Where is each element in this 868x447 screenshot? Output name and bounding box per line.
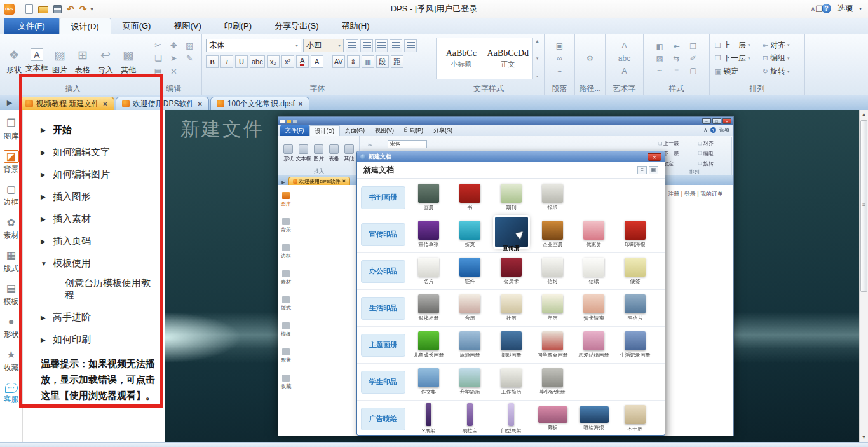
tutorial-item-calendar-tutorial[interactable]: 创意台历模板使用教程 xyxy=(41,277,159,301)
indent-decrease-icon[interactable]: ⇤ xyxy=(673,42,679,51)
rotate-button[interactable]: ↻ 旋转 ▾ xyxy=(763,65,799,78)
sidebar-item-layout[interactable]: 版式 xyxy=(0,245,22,278)
indent-increase-icon[interactable]: ⇆ xyxy=(673,54,679,63)
new-document-icon[interactable] xyxy=(25,4,33,14)
subscript-button[interactable]: x₂ xyxy=(267,55,280,68)
underline-button[interactable]: U xyxy=(235,55,248,68)
superscript-button[interactable]: x² xyxy=(281,55,294,68)
dps-logo[interactable]: DPS xyxy=(4,4,15,15)
close-tab-icon[interactable]: ✕ xyxy=(197,100,202,107)
close-tab-icon[interactable]: ✕ xyxy=(102,100,107,107)
hyperlink-icon[interactable]: ∞ xyxy=(557,54,562,63)
table-button[interactable]: ⊞ 表格 xyxy=(71,38,94,85)
panel-collapse-button[interactable]: ▶ xyxy=(0,95,19,110)
bold-button[interactable]: B xyxy=(206,55,219,68)
grab-icon[interactable]: ✥ xyxy=(168,39,179,52)
redo-icon[interactable]: ↷ xyxy=(79,4,87,14)
copy-icon[interactable]: ❏ xyxy=(153,52,163,65)
scrollbar-thumb[interactable] xyxy=(860,120,867,292)
paste-icon[interactable]: ▤ xyxy=(153,65,163,78)
scroll-up-icon[interactable]: ▲ xyxy=(535,39,539,43)
wordart-style-icon[interactable]: A xyxy=(621,41,627,50)
char-spacing-button[interactable]: AV xyxy=(332,55,345,68)
tab-share-export[interactable]: 分享导出(S) xyxy=(263,18,330,34)
align-left-button[interactable] xyxy=(346,39,358,52)
open-folder-icon[interactable] xyxy=(38,6,48,13)
spacing-settings-button[interactable]: 距 xyxy=(391,55,403,68)
fill-color-icon[interactable]: ◧ xyxy=(656,42,663,51)
restore-button[interactable]: ❐ xyxy=(812,4,826,14)
sidebar-item-favorite[interactable]: 收藏 xyxy=(0,344,22,377)
scroll-down-icon[interactable]: ▾ xyxy=(536,56,539,61)
align-button[interactable]: ⇤ 对齐 ▾ xyxy=(763,39,799,52)
import-button[interactable]: ↩ 导入 xyxy=(94,38,117,85)
send-backward-button[interactable]: ❐ 下一层 ▾ xyxy=(715,52,760,65)
正文[interactable]: AaBbCcDd 正文 xyxy=(485,40,531,77)
save-icon[interactable] xyxy=(53,5,62,13)
align-center-button[interactable] xyxy=(360,39,373,52)
tab-print[interactable]: 印刷(P) xyxy=(213,18,263,34)
shape-button[interactable]: ❖ 形状 xyxy=(3,38,25,85)
shape-effect-icon[interactable]: ▢ xyxy=(689,66,696,75)
scrollbar-up-icon[interactable]: ▲ xyxy=(860,110,868,119)
tutorial-item-insert-material[interactable]: ▶ 插入素材 xyxy=(41,213,159,225)
remove-hyperlink-icon[interactable]: ⌁ xyxy=(557,67,562,76)
format-painter-icon[interactable]: ❐ xyxy=(689,42,696,51)
doc-tab-culture[interactable]: 100个文化常识.dpsf ✕ xyxy=(210,97,309,110)
font-size-select[interactable]: 小四 ▾ xyxy=(303,39,344,52)
dash-style-icon[interactable]: ┅ xyxy=(658,66,662,75)
tab-page[interactable]: 页面(G) xyxy=(111,18,163,34)
tab-file[interactable]: 文件(F) xyxy=(4,18,59,34)
sidebar-item-service[interactable]: 客服 xyxy=(0,377,22,410)
小标题[interactable]: AaBbCc 小标题 xyxy=(438,40,484,77)
tutorial-item-edit-text[interactable]: ▶ 如何编辑文字 xyxy=(41,146,159,158)
group-button[interactable]: ⊡ 编组 ▾ xyxy=(763,52,799,65)
undo-icon[interactable]: ↶ xyxy=(67,4,74,14)
tab-design[interactable]: 设计(D) xyxy=(59,18,111,34)
align-right-button[interactable] xyxy=(375,39,388,52)
sidebar-item-material[interactable]: 素材 xyxy=(0,212,22,245)
tutorial-item-advanced[interactable]: ▶ 高手进阶 xyxy=(41,312,159,324)
quick-access-separator[interactable] xyxy=(20,4,20,13)
italic-button[interactable]: I xyxy=(220,55,233,68)
tutorial-item-insert-pagenum[interactable]: ▶ 插入页码 xyxy=(41,235,159,247)
tutorial-item-template-usage[interactable]: ▼ 模板使用 xyxy=(41,258,159,270)
cut-icon[interactable]: ✂ xyxy=(153,39,163,52)
pinyin-guide-icon[interactable]: abc xyxy=(618,54,630,63)
wordart-effect-icon[interactable]: A xyxy=(621,67,627,76)
font-family-select[interactable]: 宋体 ▾ xyxy=(206,39,301,52)
video-player-area[interactable]: 新建文件 – □ × 文件(F)设计(D)页面(G)视图(V)印刷(P)分享(S… xyxy=(165,110,859,442)
vertical-scrollbar[interactable]: ▲ ▼ xyxy=(859,110,868,442)
tab-help[interactable]: 帮助(H) xyxy=(330,18,381,34)
font-color-button[interactable]: A xyxy=(296,55,309,68)
strikethrough-button[interactable]: abc xyxy=(250,55,265,68)
tutorial-item-start[interactable]: ▶ 开始 xyxy=(41,124,159,136)
tutorial-item-printing[interactable]: ▶ 如何印刷 xyxy=(41,334,159,346)
brush-icon[interactable]: ✐ xyxy=(690,54,696,63)
line-style-icon[interactable]: ≡ xyxy=(674,66,679,75)
scrollbar-down-icon[interactable]: ▼ xyxy=(860,433,868,442)
tab-view[interactable]: 视图(V) xyxy=(162,18,212,34)
picture-tool-icon[interactable]: ▨ xyxy=(184,39,195,52)
textbox-button[interactable]: A 文本框 xyxy=(25,38,48,85)
close-button[interactable]: ✕ xyxy=(843,4,857,14)
text-wrap-icon[interactable]: ▣ xyxy=(556,41,563,50)
path-settings-icon[interactable]: ⚙ xyxy=(587,54,593,63)
picture-button[interactable]: ▨ 图片 xyxy=(48,38,71,85)
highlight-color-button[interactable]: A xyxy=(311,55,323,68)
other-button[interactable]: ▩ 其他 xyxy=(117,38,140,85)
paragraph-settings-button[interactable]: 段 xyxy=(376,55,389,68)
bring-forward-button[interactable]: ❏ 上一层 ▾ xyxy=(715,39,760,52)
justify-button[interactable] xyxy=(390,39,402,52)
pen-icon[interactable]: ✎ xyxy=(184,52,195,65)
select-icon[interactable]: ➤ xyxy=(168,52,179,65)
sidebar-item-background[interactable]: 背景 xyxy=(0,146,22,179)
outline-color-icon[interactable]: ▨ xyxy=(656,54,663,63)
doc-tab-video-tutorial[interactable]: 视频教程 新建文件 ✕ xyxy=(19,97,114,110)
sidebar-item-template[interactable]: 模板 xyxy=(0,278,22,311)
sidebar-item-border[interactable]: 边框 xyxy=(0,179,22,212)
vertical-text-button[interactable] xyxy=(404,39,417,52)
minimize-button[interactable]: — xyxy=(782,4,796,14)
close-tab-icon[interactable]: ✕ xyxy=(298,100,303,107)
line-spacing-button[interactable]: ⇕ xyxy=(347,55,360,68)
